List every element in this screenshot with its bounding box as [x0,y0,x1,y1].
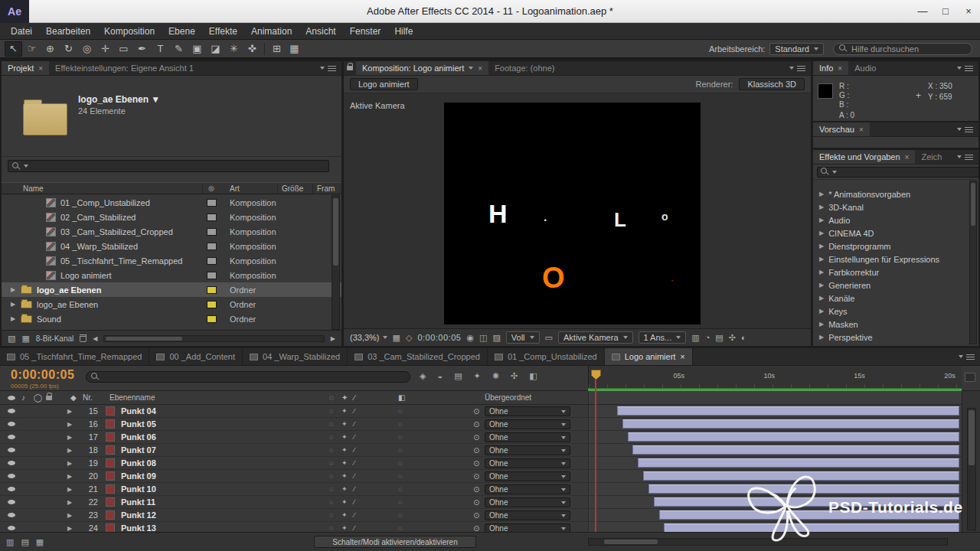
expand-arrow-icon[interactable]: ▶ [819,217,824,223]
layer-duration-bar[interactable] [664,523,959,532]
layer-duration-bar[interactable] [648,484,959,494]
show-snapshot-icon[interactable]: ◫ [479,334,487,342]
motion-blur-switch-icon[interactable]: ∕ [354,446,355,454]
quality-switch-icon[interactable]: ◌ [329,524,333,532]
parent-dropdown[interactable]: Ohne [485,497,570,507]
layer-name[interactable]: Punkt 10 [121,484,156,494]
parent-dropdown[interactable]: Ohne [485,523,570,532]
effects-category[interactable]: ▶ Masken [813,318,978,331]
eye-icon[interactable] [8,435,15,439]
layer-row[interactable]: ▶ 24 Punkt 13 ◌ ✦ ∕ ◌ ⊙ Ohne [0,522,962,532]
menu-item[interactable]: Effekte [202,23,244,40]
3d-switch-icon[interactable]: ◌ [398,446,402,454]
layer-thumbnail-icon[interactable] [106,406,115,416]
effects-category[interactable]: ▶ Keys [813,305,978,318]
audio-column-icon[interactable]: ♪ [21,393,25,402]
motion-blur-switch-icon[interactable]: ∕ [354,472,355,480]
expand-arrow-icon[interactable]: ▶ [67,499,72,506]
layer-name[interactable]: Punkt 07 [121,445,156,455]
layer-name[interactable]: Punkt 08 [121,458,156,468]
parent-pickwhip-icon[interactable]: ⊙ [473,485,479,494]
expand-arrow-icon[interactable]: ▶ [11,301,21,308]
track-area[interactable] [588,457,962,469]
timeline-tab[interactable]: 01 _Comp_Unstabilized × [488,348,605,365]
comp-name-button[interactable]: Logo animiert [350,78,418,90]
parent-pickwhip-icon[interactable]: ⊙ [473,407,479,416]
quality-switch-icon[interactable]: ◌ [329,433,333,441]
transparency-grid-icon[interactable]: ▨ [492,334,500,342]
expand-arrow-icon[interactable]: ▶ [819,191,824,197]
scroll-right-icon[interactable]: ▶ [331,335,335,342]
renderer-button[interactable]: Klassisch 3D [739,78,805,90]
3d-switch-icon[interactable]: ◌ [398,485,402,493]
menu-item[interactable]: Datei [4,23,39,40]
project-row[interactable]: ▶ 03 _Cam_Stabilized_Cropped Komposition [2,224,341,239]
label-color-swatch[interactable] [207,214,217,221]
effects-category[interactable]: ▶ Einstellungen für Expressions [813,253,978,266]
quality-switch-icon[interactable]: ◌ [329,498,333,506]
effects-switch-icon[interactable]: ✦ [341,407,348,415]
timeline-search[interactable] [86,371,410,383]
project-search[interactable] [8,160,329,172]
label-column-icon[interactable]: ◆ [70,393,77,402]
expand-arrow-icon[interactable]: ▶ [819,243,824,249]
effects-switch-icon[interactable]: ✦ [341,511,348,519]
tab-effekteinstellungen[interactable]: Effekteinstellungen: Eigene Ansicht 1 [49,61,200,75]
eye-icon[interactable] [8,448,15,452]
layer-row[interactable]: ▶ 16 Punkt 05 ◌ ✦ ∕ ◌ ⊙ Ohne [0,418,962,431]
brush-tool[interactable]: ✎ [170,41,188,57]
track-area[interactable] [588,509,962,521]
pan-behind-tool[interactable]: ✛ [96,41,114,57]
timeline-horizontal-scrollbar[interactable] [588,538,948,546]
grid-and-guides-icon[interactable]: ▦ [393,334,400,342]
color-depth-label[interactable]: 8-Bit-Kanal [36,334,74,343]
flowchart-button-icon[interactable]: ✣ [729,334,736,342]
graph-editor-icon[interactable]: ◧ [529,372,537,380]
panel-menu-button[interactable] [952,122,978,136]
layer-row[interactable]: ▶ 22 Punkt 11 ◌ ✦ ∕ ◌ ⊙ Ohne [0,496,962,509]
layer-duration-bar[interactable] [643,471,959,481]
unified-camera-tool[interactable]: ◎ [78,41,96,57]
expand-transfer-controls-icon[interactable]: ▤ [21,538,28,546]
motion-blur-switch-icon[interactable]: ∕ [354,524,355,532]
expand-arrow-icon[interactable]: ▶ [67,486,72,493]
mask-visibility-icon[interactable]: ◇ [406,334,412,342]
layer-thumbnail-icon[interactable] [106,432,115,442]
layer-thumbnail-icon[interactable] [106,510,115,520]
project-row[interactable]: ▶ 02 _Cam_Stabilized Komposition [2,210,341,224]
label-column-icon[interactable]: ◎ [208,184,214,192]
eye-icon[interactable] [8,500,15,504]
timeline-button-icon[interactable]: ▤ [715,334,723,342]
parent-pickwhip-icon[interactable]: ⊙ [473,420,479,429]
layer-thumbnail-icon[interactable] [106,445,115,455]
workspace-grid-icon[interactable]: ▦ [286,41,303,57]
close-icon[interactable]: × [859,126,864,134]
layer-row[interactable]: ▶ 18 Punkt 07 ◌ ✦ ∕ ◌ ⊙ Ohne [0,444,962,457]
3d-switch-icon[interactable]: ◌ [398,459,402,467]
eye-icon[interactable] [8,513,15,517]
close-icon[interactable]: × [905,153,910,161]
effects-category[interactable]: ▶ Audio [813,214,978,227]
tab-projekt[interactable]: Projekt × [2,61,49,75]
type-tool[interactable]: T [152,41,169,57]
effects-switch-icon[interactable]: ✦ [341,472,348,480]
parent-dropdown[interactable]: Ohne [485,510,570,520]
layer-name[interactable]: Punkt 05 [121,419,156,429]
layer-duration-bar[interactable] [638,458,959,468]
expand-arrow-icon[interactable]: ▶ [819,308,824,315]
label-color-swatch[interactable] [207,199,217,207]
layer-row[interactable]: ▶ 23 Punkt 12 ◌ ✦ ∕ ◌ ⊙ Ohne [0,509,962,522]
rotation-tool[interactable]: ↻ [60,41,77,57]
magnification-dropdown[interactable]: (33,3%) [350,333,387,342]
frame-blending-icon[interactable]: ✦ [474,372,481,380]
menu-item[interactable]: Ansicht [299,23,342,40]
3d-switch-icon[interactable]: ◌ [398,472,402,480]
layer-duration-bar[interactable] [632,445,959,455]
effects-switch-icon[interactable]: ✦ [341,459,348,467]
axis-mode-icon[interactable]: ⊞ [268,41,286,57]
parent-dropdown[interactable]: Ohne [485,445,570,455]
expand-arrow-icon[interactable]: ▶ [819,256,824,262]
column-nr[interactable]: Nr. [83,393,93,402]
layer-name[interactable]: Punkt 06 [121,432,156,442]
maximize-button[interactable]: □ [934,0,957,22]
